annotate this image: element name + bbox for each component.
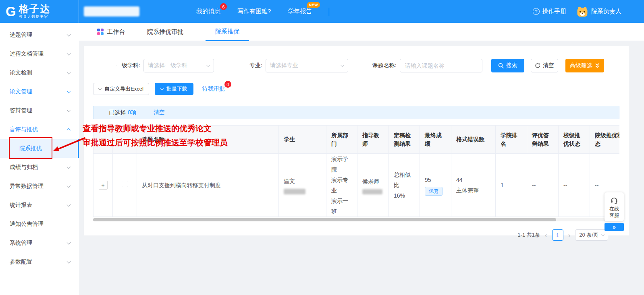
sidebar-item-label: 参数配置	[10, 258, 32, 266]
customer-service-widget: 在线客服 »	[605, 192, 624, 231]
scrollbar-thumb[interactable]	[93, 218, 556, 221]
sidebar-item-process-docs[interactable]: 过程文档管理	[0, 44, 79, 63]
cell-topic: 从对口支援到横向转移支付制度	[137, 154, 279, 217]
manual-link[interactable]: ? 操作手册	[533, 8, 566, 15]
topic-name-input[interactable]	[400, 59, 482, 72]
sidebar-item-label: 过程文档管理	[10, 50, 44, 58]
sidebar-item-dept-promotion-active[interactable]: 院系推优	[0, 139, 79, 158]
tab-dept-promotion-approval[interactable]: 院系推优审批	[147, 23, 183, 41]
online-service-button[interactable]: 在线客服	[605, 192, 624, 221]
new-badge: NEW	[307, 2, 320, 8]
tab-workbench[interactable]: 工作台	[97, 23, 125, 41]
department-line: 演示一班	[331, 196, 352, 217]
format-errors-note: 主体完整	[456, 185, 490, 196]
page-number[interactable]: 1	[552, 229, 563, 241]
major-select[interactable]: 请选择专业	[266, 59, 348, 72]
user-role-label: 院系负责人	[591, 8, 621, 15]
selected-label: 已选择	[109, 109, 126, 116]
main-area: 工作台 院系推优审批 院系推优 一级学科: 请选择一级学科 专业: 请选择专业 …	[79, 23, 644, 295]
sidebar-item-label: 系统管理	[10, 239, 32, 247]
subject-select[interactable]: 请选择一级学科	[143, 59, 214, 72]
sidebar-item-topic-management[interactable]: 选题管理	[0, 25, 79, 44]
clear-filters-button[interactable]: 清空	[531, 59, 558, 72]
chevron-down-icon	[67, 32, 71, 36]
sidebar-item-label: 论文管理	[10, 88, 32, 95]
chevron-down-icon	[67, 184, 71, 188]
custom-export-excel-button[interactable]: 自定义导出Excel	[93, 83, 149, 95]
prev-page-icon[interactable]: ‹	[545, 232, 547, 239]
chevron-down-icon	[340, 63, 344, 67]
sidebar-item-label: 选题管理	[10, 31, 32, 39]
col-format-errors: 格式错误数	[451, 126, 496, 154]
clear-button-label: 清空	[543, 62, 554, 69]
pending-approval-link[interactable]: 待我审批 0	[202, 85, 225, 93]
department-line: 演示学院	[331, 154, 352, 175]
filter-row: 一级学科: 请选择一级学科 专业: 请选择专业 课题名称: 搜索 清空 高级筛选	[116, 46, 619, 72]
user-role-chip[interactable]: 院系负责人	[577, 6, 621, 17]
sidebar-item-blind-review-promotion[interactable]: 盲评与推优	[0, 120, 79, 139]
next-page-icon[interactable]: ›	[568, 232, 571, 239]
pagination-total: 1-1 共1条	[517, 231, 540, 239]
batch-download-label: 批量下载	[166, 85, 187, 93]
page-size-select[interactable]: 20 条/页	[575, 229, 608, 241]
col-school-promote-status: 校级推优状态	[559, 126, 590, 154]
sidebar-item-label: 通知公告管理	[10, 221, 44, 228]
pending-count-badge: 0	[224, 81, 231, 88]
app-logo[interactable]: G 格子达 教育大数据专家	[0, 0, 79, 23]
cell-check-result: 总相似比 16%	[389, 154, 420, 217]
sidebar-item-statistics-report[interactable]: 统计报表	[0, 196, 79, 215]
logo-g-icon: G	[6, 5, 16, 18]
online-service-label: 在线客服	[609, 206, 619, 219]
nav-writing-help[interactable]: 写作有困难?	[237, 8, 271, 15]
nav-writing-help-label: 写作有困难?	[237, 8, 271, 14]
nav-annual-report[interactable]: 学年报告 NEW	[288, 8, 312, 15]
check-result-value: 16%	[394, 190, 415, 201]
col-college-rank: 学院排名	[496, 126, 527, 154]
headset-icon	[610, 196, 618, 204]
col-final-score: 最终成绩	[420, 126, 451, 154]
cell-final-score: 95 优秀	[420, 154, 451, 217]
selection-bar: 已选择 0项 清空	[93, 106, 619, 119]
format-errors-count: 44	[456, 175, 490, 185]
sidebar-item-paper-check[interactable]: 论文检测	[0, 63, 79, 82]
chevron-down-icon	[67, 165, 71, 169]
redacted-teacher-info	[362, 189, 382, 194]
chevron-down-icon	[160, 87, 164, 90]
sidebar-item-system-management[interactable]: 系统管理	[0, 233, 79, 252]
expand-row-button[interactable]: +	[99, 181, 108, 190]
chevron-down-icon	[67, 108, 71, 112]
selected-count: 0项	[128, 109, 137, 116]
sidebar-item-grades-archive[interactable]: 成绩与归档	[0, 158, 79, 177]
sidebar-subitem-label: 院系推优	[19, 145, 42, 152]
batch-download-button[interactable]: 批量下载	[155, 83, 193, 95]
top-header: G 格子达 教育大数据专家 我的消息 6 写作有困难? 学年报告 NEW ? 操…	[0, 0, 644, 23]
redacted-student-info	[284, 189, 305, 194]
redacted-school-name	[84, 6, 139, 17]
student-name: 温文	[284, 176, 321, 186]
col-college-promote-status: 院级推优状态	[590, 126, 620, 154]
row-checkbox[interactable]	[122, 181, 128, 187]
collapse-widget-button[interactable]: »	[605, 223, 624, 231]
topic-filter-label: 课题名称:	[372, 62, 397, 69]
logo-tagline: 教育大数据专家	[19, 14, 50, 19]
advanced-filter-button[interactable]: 高级筛选	[565, 59, 604, 72]
tab-dept-promotion[interactable]: 院系推优	[206, 23, 249, 41]
nav-my-messages[interactable]: 我的消息 6	[196, 8, 220, 15]
subject-select-placeholder: 请选择一级学科	[148, 62, 187, 69]
sidebar-item-label: 成绩与归档	[10, 164, 38, 171]
clear-selection-link[interactable]: 清空	[154, 109, 165, 116]
horizontal-scrollbar	[93, 218, 619, 221]
double-chevron-down-icon	[595, 63, 600, 68]
search-button[interactable]: 搜索	[491, 59, 524, 72]
sidebar-item-notice-management[interactable]: 通知公告管理	[0, 215, 79, 233]
manual-label: 操作手册	[542, 8, 566, 15]
annotation-text-2: 审批通过后可按照比例推送至学校管理员	[83, 137, 228, 148]
pending-approval-label: 待我审批	[202, 85, 225, 92]
sidebar-item-defense-management[interactable]: 答辩管理	[0, 101, 79, 120]
sidebar-item-paper-management[interactable]: 论文管理	[0, 82, 79, 101]
mascot-avatar-icon	[577, 6, 588, 17]
sidebar-item-parameter-config[interactable]: 参数配置	[0, 252, 79, 271]
search-icon	[498, 63, 504, 68]
chevron-down-icon	[601, 233, 605, 236]
sidebar-item-abnormal-data[interactable]: 异常数据管理	[0, 177, 79, 196]
